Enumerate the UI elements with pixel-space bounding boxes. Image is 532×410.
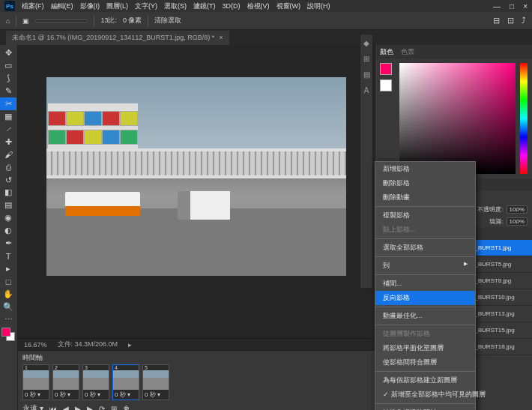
document-canvas[interactable] xyxy=(46,77,346,276)
workspace-icon[interactable]: ⊡ xyxy=(507,16,514,25)
foreground-color[interactable] xyxy=(1,328,10,337)
prev-frame-button[interactable]: ◀ xyxy=(63,405,69,411)
window-maximize[interactable]: □ xyxy=(510,2,514,10)
menu-image[interactable]: 影像(I) xyxy=(80,1,100,11)
timeline-frame[interactable]: 30 秒 ▾ xyxy=(82,364,109,400)
color-bg-swatch[interactable] xyxy=(380,79,392,91)
menu-file[interactable]: 檔案(F) xyxy=(22,1,44,11)
move-tool[interactable]: ✥ xyxy=(0,46,16,59)
zoom-level[interactable]: 16.67% xyxy=(24,341,47,349)
context-menu-item: 從圖層製作影格 xyxy=(375,327,475,341)
crop-tool[interactable]: ✂ xyxy=(0,97,16,110)
timeline-frame[interactable]: 20 秒 ▾ xyxy=(52,364,79,400)
canvas-area: 16.67% 文件: 34.3M/206.0M ▸ 時間軸 10 秒 ▾ 20 … xyxy=(18,45,375,410)
crop-tool-icon[interactable]: ▣ xyxy=(22,17,29,25)
color-picker-field[interactable] xyxy=(399,63,516,174)
pen-tool[interactable]: ✒ xyxy=(0,237,16,250)
opacity-value[interactable]: 100% xyxy=(507,205,528,214)
menu-edit[interactable]: 編輯(E) xyxy=(51,1,73,11)
path-select-tool[interactable]: ▸ xyxy=(0,262,16,275)
hand-tool[interactable]: ✋ xyxy=(0,288,16,301)
lasso-tool[interactable]: ⟆ xyxy=(0,72,16,85)
timeline-title: 時間軸 xyxy=(22,353,43,363)
menu-bar: Ps 檔案(F) 編輯(E) 影像(I) 圖層(L) 文字(Y) 選取(S) 濾… xyxy=(0,0,532,12)
collapsed-panel-icon[interactable]: A xyxy=(364,86,369,94)
tween-button[interactable]: ⟳ xyxy=(99,405,105,411)
frame-tool[interactable]: ▦ xyxy=(0,110,16,123)
context-menu-item[interactable]: 到 xyxy=(375,259,475,273)
options-bar: ⌂ ▣ 13比: 0 像素 清除選取 ⊟ ⊡ ⤴ xyxy=(0,12,532,30)
shape-tool[interactable]: □ xyxy=(0,275,16,288)
foreground-background-swatch[interactable] xyxy=(1,328,15,341)
quick-select-tool[interactable]: ✎ xyxy=(0,85,16,97)
context-menu-item[interactable]: 反向影格 xyxy=(375,291,475,305)
eraser-tool[interactable]: ◧ xyxy=(0,186,16,199)
eyedropper-tool[interactable]: ⟋ xyxy=(0,123,16,136)
context-menu-item[interactable]: 刪除動畫 xyxy=(375,190,475,205)
timeline-frame[interactable]: 40 秒 ▾ xyxy=(112,364,139,400)
menu-3d[interactable]: 3D(D) xyxy=(223,2,241,10)
brush-tool[interactable]: 🖌 xyxy=(0,148,16,161)
stamp-tool[interactable]: ⎙ xyxy=(0,161,16,174)
menu-layer[interactable]: 圖層(L) xyxy=(106,1,128,11)
type-tool[interactable]: T xyxy=(0,250,16,262)
edit-toolbar[interactable]: ⋯ xyxy=(0,313,16,326)
menu-filter[interactable]: 濾鏡(T) xyxy=(193,1,216,11)
collapsed-panel-strip[interactable]: ◆ ⊞ ▤ A xyxy=(360,34,373,289)
color-panel xyxy=(375,58,532,178)
home-icon[interactable]: ⌂ xyxy=(6,17,10,25)
menu-help[interactable]: 說明(H) xyxy=(307,1,330,11)
context-menu-item[interactable]: 新增影格 xyxy=(375,162,475,176)
window-minimize[interactable]: — xyxy=(493,2,501,10)
context-menu-item[interactable]: 動畫最佳化... xyxy=(375,309,475,323)
play-button[interactable]: ▶ xyxy=(75,405,81,411)
first-frame-button[interactable]: ⏮ xyxy=(49,405,57,411)
zoom-tool[interactable]: 🔍 xyxy=(0,301,16,313)
crop-preset-dropdown[interactable] xyxy=(35,19,88,22)
healing-tool[interactable]: ✚ xyxy=(0,136,16,148)
ratio-label: 13比: xyxy=(100,16,117,25)
menu-select[interactable]: 選取(S) xyxy=(164,1,187,11)
context-menu-item[interactable]: 複製影格 xyxy=(375,208,475,223)
gradient-tool[interactable]: ▤ xyxy=(0,199,16,211)
menu-view[interactable]: 檢視(V) xyxy=(247,1,270,11)
color-tab[interactable]: 顏色 xyxy=(380,47,393,57)
collapsed-panel-icon[interactable]: ◆ xyxy=(363,39,369,47)
context-menu-item[interactable]: 轉換為視訊時間軸 xyxy=(375,406,475,410)
window-close[interactable]: × xyxy=(523,2,528,10)
ratio-value: 0 像素 xyxy=(123,16,142,25)
timeline-frame[interactable]: 10 秒 ▾ xyxy=(22,364,49,400)
dodge-tool[interactable]: ◐ xyxy=(0,224,16,237)
document-tab-bar: 未命名1 @ 16.7% (IMG_20190912_134112_BURST1… xyxy=(0,30,532,45)
context-menu-item[interactable]: 刪除影格 xyxy=(375,176,475,190)
hue-slider[interactable] xyxy=(520,63,528,174)
delete-frame-button[interactable]: 🗑 xyxy=(123,405,130,411)
clear-selection-button[interactable]: 清除選取 xyxy=(154,16,181,25)
context-menu-item[interactable]: 將影格平面化至圖層 xyxy=(375,341,475,355)
history-brush-tool[interactable]: ↺ xyxy=(0,174,16,187)
marquee-tool[interactable]: ▭ xyxy=(0,59,16,72)
menu-type[interactable]: 文字(Y) xyxy=(135,1,157,11)
context-menu-item[interactable]: 使影格間符合圖層 xyxy=(375,355,475,370)
color-fg-swatch[interactable] xyxy=(380,63,392,75)
search-icon[interactable]: ⊟ xyxy=(493,16,500,25)
context-menu-item[interactable]: 選取全部影格 xyxy=(375,241,475,255)
context-menu-item[interactable]: 為每個新影格建立新圖層 xyxy=(375,373,475,388)
swatches-tab[interactable]: 色票 xyxy=(401,47,414,57)
app-logo: Ps xyxy=(4,1,15,11)
share-icon[interactable]: ⤴ xyxy=(522,16,526,25)
timeline-frame[interactable]: 50 秒 ▾ xyxy=(142,364,169,400)
menu-window[interactable]: 視窗(W) xyxy=(276,1,301,11)
new-frame-button[interactable]: ⊞ xyxy=(111,405,117,411)
document-tab[interactable]: 未命名1 @ 16.7% (IMG_20190912_134112_BURST1… xyxy=(6,31,229,45)
collapsed-panel-icon[interactable]: ▤ xyxy=(363,70,370,79)
blur-tool[interactable]: ◉ xyxy=(0,211,16,224)
context-menu-item[interactable]: 補間... xyxy=(375,277,475,291)
canvas-viewport[interactable] xyxy=(18,45,375,338)
loop-dropdown[interactable]: 永遠 ▾ xyxy=(22,403,43,410)
collapsed-panel-icon[interactable]: ⊞ xyxy=(363,55,369,63)
document-tab-close[interactable]: × xyxy=(219,34,223,41)
fill-value[interactable]: 100% xyxy=(507,217,528,226)
next-frame-button[interactable]: ▶ xyxy=(87,405,93,411)
context-menu-item[interactable]: ✓ 新增至全部影格中均可見的圖層 xyxy=(375,388,475,402)
